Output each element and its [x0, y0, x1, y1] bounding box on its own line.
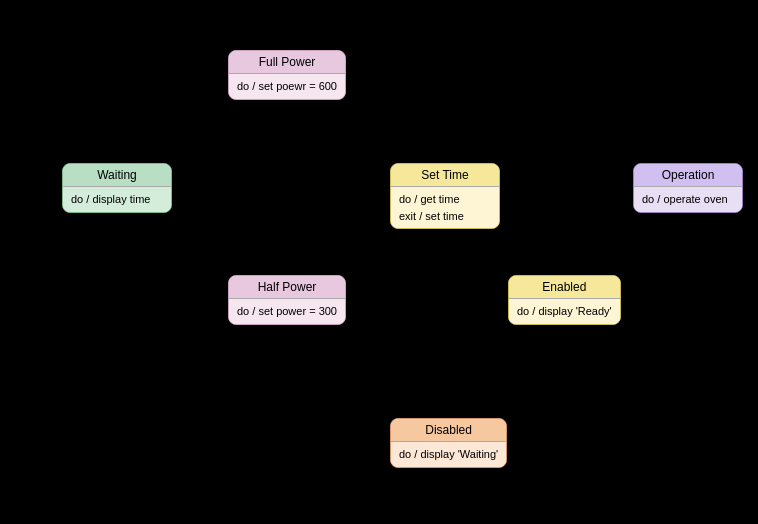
full-power-body: do / set poewr = 600 [229, 74, 345, 99]
set-time-state: Set Time do / get time exit / set time [390, 163, 500, 229]
set-time-body: do / get time exit / set time [391, 187, 499, 228]
half-power-body: do / set power = 300 [229, 299, 345, 324]
half-power-state: Half Power do / set power = 300 [228, 275, 346, 325]
waiting-state: Waiting do / display time [62, 163, 172, 213]
operation-body: do / operate oven [634, 187, 742, 212]
operation-title: Operation [634, 164, 742, 187]
disabled-title: Disabled [391, 419, 506, 442]
disabled-state: Disabled do / display 'Waiting' [390, 418, 507, 468]
set-time-line1: do / get time [399, 191, 491, 208]
waiting-body: do / display time [63, 187, 171, 212]
full-power-state: Full Power do / set poewr = 600 [228, 50, 346, 100]
half-power-title: Half Power [229, 276, 345, 299]
set-time-line2: exit / set time [399, 208, 491, 225]
set-time-title: Set Time [391, 164, 499, 187]
enabled-title: Enabled [509, 276, 620, 299]
waiting-title: Waiting [63, 164, 171, 187]
enabled-state: Enabled do / display 'Ready' [508, 275, 621, 325]
full-power-title: Full Power [229, 51, 345, 74]
enabled-body: do / display 'Ready' [509, 299, 620, 324]
disabled-body: do / display 'Waiting' [391, 442, 506, 467]
operation-state: Operation do / operate oven [633, 163, 743, 213]
